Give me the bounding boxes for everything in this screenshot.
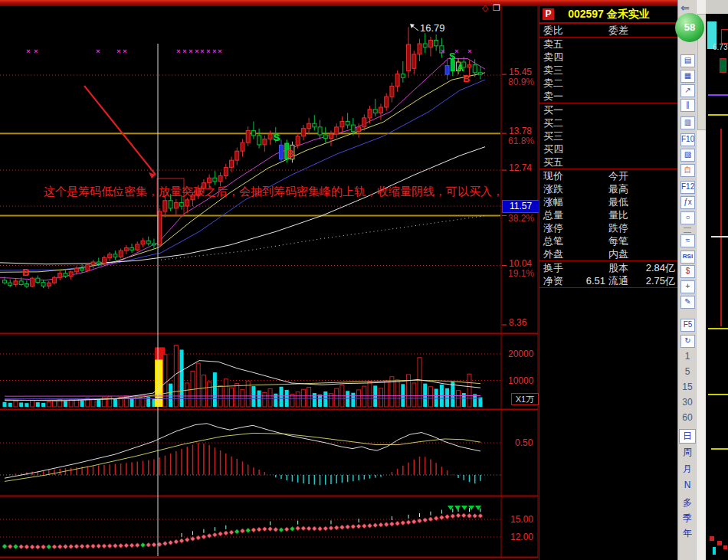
capital-row[interactable]: 净资6.51流通2.75亿 xyxy=(539,274,678,287)
svg-text:×: × xyxy=(206,47,210,55)
period-60[interactable]: 60 xyxy=(678,412,697,423)
svg-text:×: × xyxy=(218,47,221,55)
money-icon[interactable]: $ xyxy=(680,265,695,278)
period-周[interactable]: 周 xyxy=(678,446,697,459)
svg-text:×: × xyxy=(123,47,126,55)
f12-trade-icon[interactable]: F12 xyxy=(680,181,695,194)
axis-label: 61.8% xyxy=(508,136,534,146)
bg-purple-line xyxy=(708,94,728,96)
refresh-icon[interactable]: ↻ xyxy=(680,335,695,348)
market-ball-indicator[interactable]: 58 xyxy=(675,13,704,42)
f10-info-icon[interactable]: F10 xyxy=(680,133,695,146)
period-日[interactable]: 日 xyxy=(679,429,696,444)
bg-yellow-line xyxy=(708,114,728,116)
quote-info-row[interactable]: 总量量比 xyxy=(539,208,678,221)
bg-red-dot2 xyxy=(717,541,722,545)
svg-text:×: × xyxy=(441,47,444,55)
svg-text:×: × xyxy=(116,47,120,55)
capital-row[interactable]: 换手股本2.84亿 xyxy=(539,260,678,274)
period-季[interactable]: 季 xyxy=(678,512,697,525)
bg-red-dot3 xyxy=(723,545,727,549)
analysis-annotation: 这个是筹码低位密集，放量突破之后，会抽到筹码密集峰的上轨，收缩量阴线，可以买入， xyxy=(44,185,503,199)
signal-letter-b: B xyxy=(287,149,293,159)
trend-line-icon[interactable]: ↗ xyxy=(680,84,695,97)
bg-red-vline xyxy=(720,129,722,326)
svg-text:×: × xyxy=(467,47,471,55)
sell-level-row[interactable]: 卖一 xyxy=(539,90,678,103)
quote-info-row[interactable]: 现价今开 xyxy=(539,169,678,182)
period-年[interactable]: 年 xyxy=(678,527,697,540)
axis-label: 10.04 xyxy=(509,259,532,268)
bg-candle-fragment xyxy=(720,58,726,73)
chart-canvas[interactable]: ×××××××××××××××× xyxy=(0,0,540,560)
quote-info-row[interactable]: 涨跌最高 xyxy=(539,182,678,195)
quote-info-row[interactable]: 涨幅最低 xyxy=(539,195,678,208)
svg-text:×: × xyxy=(26,47,30,55)
axis-label: 80.9% xyxy=(508,77,534,87)
stock-trading-app: ×××××××××××××××× ◇ ❐ 16.79 这个是筹码低位密集，放量突… xyxy=(0,0,728,560)
quote-table-icon[interactable]: ▦ xyxy=(680,70,695,83)
period-1[interactable]: 1 xyxy=(678,351,697,362)
stock-title-row[interactable]: P 002597 金禾实业 xyxy=(539,6,678,23)
panel-maximize-icon[interactable]: ❐ xyxy=(493,4,500,12)
bg-white-dash xyxy=(711,236,728,237)
minute-chart-icon[interactable]: ▤ xyxy=(680,54,695,67)
buy-level-row[interactable]: 买五 xyxy=(539,156,678,169)
quote-info-row[interactable]: 涨停跌停 xyxy=(539,221,678,234)
bg-red-dot1 xyxy=(710,536,714,541)
scrollbar[interactable] xyxy=(696,0,707,560)
signal-letter-s: S xyxy=(274,133,280,142)
sell-level-row[interactable]: 卖二 xyxy=(539,77,678,90)
sell-level-row[interactable]: 卖四 xyxy=(539,51,678,64)
peak-price-label: 16.79 xyxy=(420,22,445,34)
kline-chart-icon[interactable]: ∥ xyxy=(680,99,695,112)
bg-yellow-dash3 xyxy=(708,394,728,395)
sell-level-row[interactable]: 卖三 xyxy=(539,64,678,77)
multi-page-icon[interactable]: ▥ xyxy=(680,116,695,129)
period-5[interactable]: 5 xyxy=(678,366,697,377)
buy-level-row[interactable]: 买三 xyxy=(539,129,678,142)
signal-letter-a: A xyxy=(457,64,464,73)
rsi-icon[interactable]: RSI xyxy=(680,251,695,264)
background-window: 6.73 xyxy=(706,0,728,560)
axis-label: 12.74 xyxy=(509,163,532,172)
back-arrow-icon[interactable]: ⇐ xyxy=(680,2,690,14)
chart-folder-icon[interactable]: ▨ xyxy=(680,149,695,162)
right-toolbar: ⇐ ▤▦↗∥▥F10▨自F12ƒx○≈RSI$+✎F5↻15153060日周月N… xyxy=(677,0,697,560)
period-15[interactable]: 15 xyxy=(678,382,697,392)
period-多[interactable]: 多 xyxy=(678,496,697,509)
volume-unit-label: X1万 xyxy=(511,393,539,405)
period-N[interactable]: N xyxy=(678,480,697,490)
period-月[interactable]: 月 xyxy=(678,463,697,476)
sell-level-row[interactable]: 卖五 xyxy=(539,37,678,51)
quote-info-row[interactable]: 外盘内盘 xyxy=(539,247,678,260)
bid-ratio-row[interactable]: 委比委差 xyxy=(539,23,678,37)
quote-info-row[interactable]: 总笔每笔 xyxy=(539,234,678,247)
axis-label: 8.36 xyxy=(509,318,526,327)
period-30[interactable]: 30 xyxy=(678,397,697,408)
bg-red-box xyxy=(721,29,728,44)
buy-level-row[interactable]: 买一 xyxy=(539,103,678,116)
bg-price-fragment: 6.73 xyxy=(713,43,727,51)
pencil-icon[interactable]: ✎ xyxy=(680,296,695,309)
f5-switch-icon[interactable]: F5 xyxy=(680,319,695,332)
svg-text:×: × xyxy=(212,47,216,55)
svg-text:×: × xyxy=(189,47,192,55)
svg-text:×: × xyxy=(195,47,198,55)
wave-icon[interactable]: ≈ xyxy=(680,234,695,247)
axis-label: 20000 xyxy=(508,349,533,359)
buy-level-row[interactable]: 买四 xyxy=(539,142,678,156)
crosshair-price-tag: 11.57 xyxy=(502,200,539,213)
formula-icon[interactable]: ƒx xyxy=(680,196,695,209)
svg-text:×: × xyxy=(200,47,204,55)
svg-text:×: × xyxy=(182,47,186,55)
toolbar-grip[interactable] xyxy=(684,228,691,233)
panel-diamond-icon[interactable]: ◇ xyxy=(482,4,488,12)
move-cross-icon[interactable]: + xyxy=(680,280,695,293)
self-select-icon[interactable]: 自 xyxy=(680,164,695,177)
bg-cyan-tick xyxy=(713,547,716,555)
stock-code-name: 002597 金禾实业 xyxy=(539,6,678,22)
circle-tool-icon[interactable]: ○ xyxy=(680,211,695,224)
axis-label: 19.1% xyxy=(508,269,534,278)
buy-level-row[interactable]: 买二 xyxy=(539,116,678,129)
